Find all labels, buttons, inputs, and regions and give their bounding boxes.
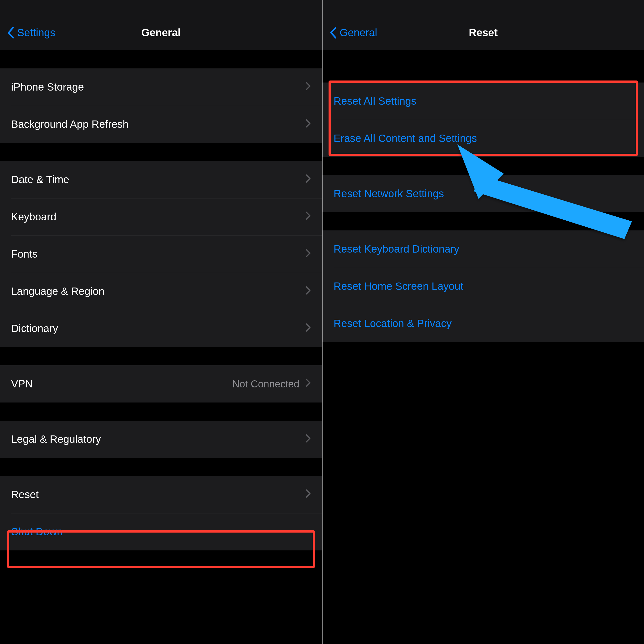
row-label: Language & Region: [11, 285, 305, 297]
row-label: Date & Time: [11, 174, 305, 186]
row-reset-home-layout[interactable]: Reset Home Screen Layout: [323, 268, 644, 305]
back-label: General: [340, 27, 377, 39]
status-bar: [323, 0, 644, 15]
row-label: Reset All Settings: [334, 95, 633, 107]
chevron-right-icon: [305, 433, 311, 445]
row-language-region[interactable]: Language & Region: [0, 273, 322, 310]
row-iphone-storage[interactable]: iPhone Storage: [0, 68, 322, 106]
row-fonts[interactable]: Fonts: [0, 235, 322, 273]
row-dictionary[interactable]: Dictionary: [0, 310, 322, 347]
chevron-right-icon: [305, 81, 311, 93]
row-label: Reset Location & Privacy: [334, 317, 633, 330]
row-shut-down[interactable]: Shut Down: [0, 513, 322, 550]
row-erase-all-content[interactable]: Erase All Content and Settings: [323, 120, 644, 157]
row-label: Reset: [11, 489, 305, 501]
row-date-time[interactable]: Date & Time: [0, 161, 322, 198]
back-button[interactable]: General: [330, 27, 377, 39]
row-vpn[interactable]: VPN Not Connected: [0, 365, 322, 403]
chevron-right-icon: [305, 489, 311, 501]
row-label: iPhone Storage: [11, 81, 305, 93]
row-label: Shut Down: [11, 526, 311, 538]
nav-title: Reset: [469, 27, 498, 39]
chevron-back-icon: [7, 27, 15, 39]
chevron-back-icon: [330, 27, 337, 39]
nav-bar: Settings General: [0, 15, 322, 50]
row-reset[interactable]: Reset: [0, 476, 322, 513]
row-legal[interactable]: Legal & Regulatory: [0, 421, 322, 458]
back-label: Settings: [17, 27, 55, 39]
row-label: Reset Home Screen Layout: [334, 280, 633, 292]
chevron-right-icon: [305, 323, 311, 335]
nav-bar: General Reset: [323, 15, 644, 50]
chevron-right-icon: [305, 174, 311, 186]
chevron-right-icon: [305, 118, 311, 130]
row-value: Not Connected: [232, 378, 299, 390]
row-reset-location-privacy[interactable]: Reset Location & Privacy: [323, 305, 644, 342]
chevron-right-icon: [305, 285, 311, 297]
chevron-right-icon: [305, 211, 311, 223]
back-button[interactable]: Settings: [7, 27, 55, 39]
row-label: VPN: [11, 378, 232, 390]
row-keyboard[interactable]: Keyboard: [0, 198, 322, 235]
row-label: Reset Keyboard Dictionary: [334, 243, 633, 255]
chevron-right-icon: [305, 248, 311, 260]
chevron-right-icon: [305, 378, 311, 390]
row-label: Fonts: [11, 248, 305, 260]
row-background-refresh[interactable]: Background App Refresh: [0, 106, 322, 143]
row-label: Dictionary: [11, 323, 305, 335]
row-label: Background App Refresh: [11, 118, 305, 130]
status-bar: [0, 0, 322, 15]
row-reset-keyboard-dictionary[interactable]: Reset Keyboard Dictionary: [323, 230, 644, 268]
phone-reset: General Reset Reset All Settings Erase A…: [322, 0, 644, 644]
row-reset-all-settings[interactable]: Reset All Settings: [323, 83, 644, 120]
nav-title: General: [141, 27, 181, 39]
row-label: Reset Network Settings: [334, 188, 633, 200]
row-label: Erase All Content and Settings: [334, 132, 633, 144]
row-label: Legal & Regulatory: [11, 433, 305, 445]
row-reset-network[interactable]: Reset Network Settings: [323, 175, 644, 212]
row-label: Keyboard: [11, 211, 305, 223]
phone-general: Settings General iPhone Storage Backgrou…: [0, 0, 322, 644]
